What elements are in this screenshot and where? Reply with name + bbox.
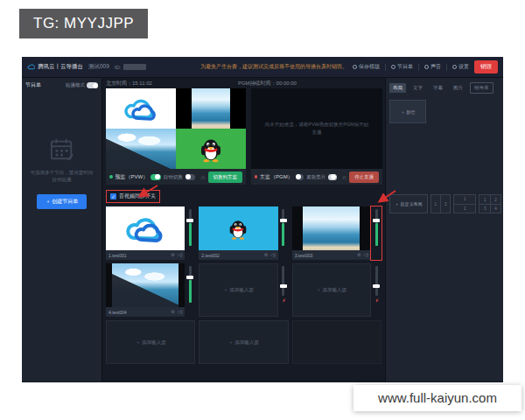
preset-cell: 1 (480, 195, 490, 204)
pgm-toggle[interactable] (296, 174, 304, 180)
source-1-preview[interactable] (106, 206, 185, 250)
instance-name: 测试009 (88, 63, 109, 71)
source-2-settings-icon[interactable]: ⚙ (264, 253, 268, 257)
tab-layout[interactable]: 布局 (389, 83, 406, 93)
source-1-settings-icon[interactable]: ⚙ (171, 253, 174, 257)
site-watermark-badge: www.full-kaiyun.com (354, 385, 522, 411)
source-3-preview[interactable] (292, 206, 371, 250)
sync-switch-checkbox[interactable]: ✓ (110, 193, 116, 200)
pvw-video-view[interactable] (106, 88, 246, 169)
muted-speaker-icon[interactable]: 🕨̸ (282, 298, 285, 303)
layout-presets: ＋ 自定义布局 1 2 1 2 1 2 3 4 (389, 194, 501, 214)
add-source-label: ＋ 添加输入源 (136, 340, 166, 346)
pvw-monitor: 预监（PVW） 自动切换 ∩ 切换到主监 (106, 88, 246, 185)
pgm-headphone-icon[interactable]: ∩ (342, 174, 346, 180)
header-bar: 腾讯云丨云导播台 测试009 ID: 为避免产生台费，建议测试完成后将不使用的导… (22, 57, 503, 78)
brand: 腾讯云丨云导播台 (27, 63, 83, 71)
pvw-auto-switch-toggle[interactable] (186, 174, 196, 180)
save-template-button[interactable]: 保存模版 (353, 63, 380, 71)
empty-source-slot[interactable] (292, 320, 382, 364)
add-source-slot[interactable]: ＋ 添加输入源 (106, 320, 195, 364)
preset-cell: 2 (490, 195, 500, 204)
pgm-video-view[interactable]: 尚未开始推流，请将PVW画面切换至PGM后开始直播 (251, 88, 382, 169)
destroy-button[interactable]: 销毁 (474, 60, 498, 74)
pvw-headphone-icon[interactable]: ∩ (200, 174, 205, 180)
tab-components[interactable]: 组件库 (470, 82, 494, 94)
switch-to-pgm-button[interactable]: 切换到主监 (208, 172, 243, 183)
billing-warning-text: 为避免产生台费，建议测试完成后将不使用的导播台及时销毁。 (200, 63, 347, 71)
layout-panel: 布局 文字 字幕 图片 组件库 ＋ 新增 ＋ 自定义布局 1 2 1 2 1 (386, 78, 503, 382)
loop-mode-toggle[interactable] (87, 82, 98, 88)
source-6-volume-slider[interactable]: 🕨̸ (371, 263, 382, 317)
add-source-slot[interactable]: ＋ 添加输入源 (199, 263, 277, 317)
pgm-status-dot (255, 175, 257, 178)
custom-layout-button[interactable]: ＋ 自定义布局 (389, 194, 428, 214)
tab-subtitle[interactable]: 字幕 (430, 83, 446, 93)
monitor-area: 北京时间：15:11:02 PGM持续时间：00:00:00 (102, 78, 386, 382)
slider-knob[interactable] (373, 284, 380, 288)
source-3-audio-icon[interactable]: ◁) (363, 253, 368, 257)
add-source-slot[interactable]: ＋ 添加输入源 (199, 320, 288, 364)
source-1-audio-icon[interactable]: ◁) (178, 253, 183, 257)
add-source-slot[interactable]: ＋ 添加输入源 (292, 263, 371, 317)
source-2-volume-slider[interactable] (278, 206, 289, 260)
audio-icon (424, 65, 429, 69)
source-3-settings-icon[interactable]: ⚙ (357, 253, 360, 257)
pvw-control-bar: 预监（PVW） 自动切换 ∩ 切换到主监 (106, 169, 246, 185)
pgm-monitor: 尚未开始推流，请将PVW画面切换至PGM后开始直播 主监（PGM） 紧急垫片 ∩… (251, 88, 382, 185)
pgm-pad-toggle[interactable] (328, 174, 337, 180)
preset-quad-grid[interactable]: 1 2 3 4 (479, 194, 501, 214)
stop-live-button[interactable]: 停止直播 (349, 172, 379, 183)
pvw-toggle[interactable] (150, 174, 161, 180)
tencent-cloud-logo (118, 211, 172, 246)
preset-two-rows[interactable]: 1 2 (453, 194, 476, 214)
source-2-audio-icon[interactable]: ◁) (270, 253, 276, 257)
source-cell-4: 4.test004 ⚙ ◁) (106, 263, 195, 317)
preset-cell: 1 (454, 195, 475, 204)
source-1-caption: 1.test001 ⚙ ◁) (106, 250, 185, 260)
slider-knob[interactable] (186, 219, 193, 222)
source-5-volume-slider[interactable]: 🕨̸ (278, 263, 289, 317)
source-cell-5: ＋ 添加输入源 🕨̸ (199, 263, 288, 317)
slider-knob[interactable] (280, 284, 287, 288)
slider-knob[interactable] (186, 276, 193, 279)
source-4-audio-icon[interactable]: ◁) (178, 310, 183, 314)
pvw-auto-switch-label: 自动切换 (164, 174, 183, 180)
source-2-preview[interactable] (199, 206, 277, 250)
instance-id: ID: (115, 64, 146, 70)
source-4-preview[interactable] (106, 263, 185, 307)
source-cell-6: ＋ 添加输入源 🕨̸ (292, 263, 382, 317)
source-4-volume-slider[interactable] (185, 263, 195, 317)
tab-text[interactable]: 文字 (410, 83, 426, 93)
pvw-cell-cloud-logo[interactable] (106, 88, 176, 129)
tab-image[interactable]: 图片 (450, 83, 466, 93)
preset-cell: 2 (440, 195, 450, 213)
create-playlist-button[interactable]: ＋ 创建节目单 (37, 194, 88, 209)
settings-button[interactable]: 设置 (452, 63, 469, 71)
preset-two-columns[interactable]: 1 2 (430, 194, 452, 214)
pgm-time-label: PGM持续时间：00:00:00 (238, 80, 297, 88)
preset-cell: 4 (490, 204, 500, 213)
slider-knob[interactable] (373, 219, 380, 222)
add-source-label: ＋ 添加输入源 (223, 287, 254, 293)
source-4-settings-icon[interactable]: ⚙ (171, 310, 174, 314)
slider-knob[interactable] (280, 219, 287, 222)
audio-button[interactable]: 声音 (424, 63, 441, 71)
pvw-cell-penguin[interactable] (176, 129, 246, 169)
preset-cell: 3 (480, 204, 490, 213)
source-2-caption: 2.test002 ⚙ ◁) (199, 250, 277, 260)
muted-speaker-icon[interactable]: 🕨̸ (374, 298, 378, 303)
add-layout-tile[interactable]: ＋ 新增 (389, 100, 426, 123)
source-1-volume-slider[interactable] (185, 206, 195, 260)
sidebar-tab-playlist[interactable]: 节目单 (25, 81, 41, 89)
pvw-cell-beach[interactable] (176, 88, 246, 129)
pgm-empty-hint: 尚未开始推流，请将PVW画面切换至PGM后开始直播 (263, 121, 371, 136)
source-3-volume-slider-highlighted[interactable] (371, 206, 382, 260)
layout-panel-tabs: 布局 文字 字幕 图片 组件库 (389, 82, 500, 94)
annotation-box-sync-switch: ✓ 音视频同步开关 (106, 190, 160, 203)
source-name: 4.test004 (108, 310, 168, 315)
playlist-button[interactable]: 节目单 (391, 63, 413, 71)
local-time-label: 北京时间：15:11:02 (106, 80, 152, 88)
cloud-logo-icon (27, 64, 35, 70)
pvw-cell-pier[interactable] (106, 129, 176, 169)
